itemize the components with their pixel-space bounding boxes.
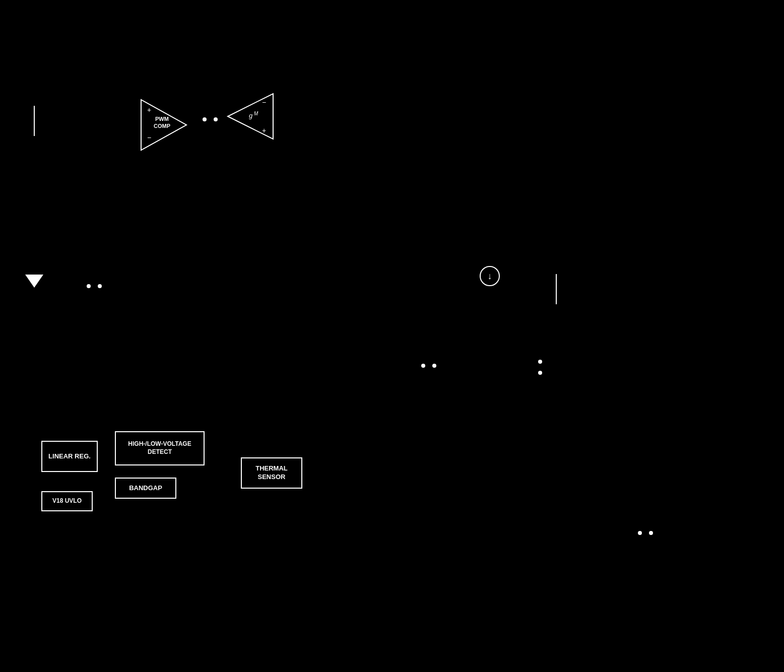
svg-text:g: g [249, 112, 253, 119]
dot-8 [538, 371, 542, 375]
dot-5 [421, 364, 425, 368]
dot-10 [649, 531, 653, 535]
high-low-voltage-label: HIGH-/LOW-VOLTAGEDETECT [128, 440, 191, 456]
svg-text:−: − [262, 98, 266, 106]
dot-3 [87, 284, 91, 288]
dot-2 [214, 117, 218, 121]
diagram-canvas: + − PWM COMP − + g M ↓ [0, 0, 784, 672]
linear-reg-label: LINEAR REG. [48, 452, 91, 461]
dot-4 [98, 284, 102, 288]
bandgap-label: BANDGAP [129, 484, 162, 493]
current-source-arrow-icon: ↓ [488, 271, 492, 282]
dot-7 [538, 360, 542, 364]
svg-text:COMP: COMP [154, 123, 170, 129]
v18-uvlo-block: V18 UVLO [41, 491, 93, 511]
thermal-sensor-label: THERMALSENSOR [255, 464, 288, 482]
current-source-circle: ↓ [480, 266, 500, 286]
v18-uvlo-label: V18 UVLO [52, 497, 82, 505]
svg-text:+: + [147, 106, 151, 114]
svg-text:PWM: PWM [155, 116, 169, 122]
dot-9 [638, 531, 642, 535]
bandgap-block: BANDGAP [115, 478, 176, 499]
svg-text:+: + [262, 126, 266, 135]
dot-1 [203, 117, 207, 121]
pwm-comp-svg: + − PWM COMP [136, 95, 202, 155]
thermal-sensor-block: THERMALSENSOR [241, 457, 302, 489]
svg-text:M: M [254, 111, 258, 116]
pwm-comp-triangle: + − PWM COMP [136, 95, 202, 157]
vline-2 [556, 274, 557, 304]
svg-text:−: − [147, 133, 151, 142]
linear-reg-block: LINEAR REG. [41, 441, 98, 472]
gm-amp-triangle: − + g M [218, 89, 278, 146]
high-low-voltage-detect-block: HIGH-/LOW-VOLTAGEDETECT [115, 431, 205, 465]
arrow-down [25, 275, 43, 288]
gm-svg: − + g M [218, 89, 278, 144]
vline-1 [34, 106, 35, 136]
dot-6 [432, 364, 436, 368]
